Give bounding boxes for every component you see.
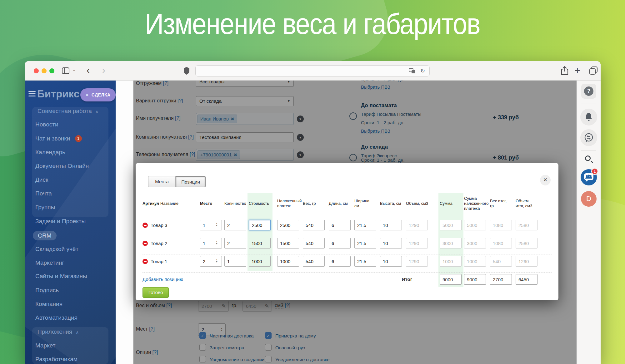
total-volume[interactable] xyxy=(516,274,538,285)
price-input[interactable] xyxy=(249,238,271,248)
volume-total-input xyxy=(516,220,538,230)
tab-positions[interactable]: Позиции xyxy=(176,176,206,187)
chat-count-badge: 1 xyxy=(591,168,598,175)
height-input[interactable] xyxy=(380,220,402,230)
column-header-sum: Сумма xyxy=(440,193,458,214)
total-sum[interactable] xyxy=(440,274,462,285)
weight-input[interactable] xyxy=(303,256,325,267)
volume-total-input xyxy=(516,256,538,267)
sidebar-item-collab[interactable]: Совместная работа ∧ xyxy=(38,108,98,116)
sidebar-item-crm[interactable]: CRM xyxy=(33,231,57,240)
reload-icon[interactable]: ↻ xyxy=(420,66,425,76)
share-icon[interactable] xyxy=(561,66,568,75)
sidebar-item-warehouse[interactable]: Складской учёт xyxy=(35,246,78,254)
weight-dimensions-modal: ✕ Места Позиции Артикул Название Место К… xyxy=(136,163,558,300)
column-header-weight-total: Вес итог, гр xyxy=(490,193,511,214)
done-button[interactable]: Готово xyxy=(142,287,169,298)
price-input[interactable] xyxy=(249,220,271,230)
help-widget[interactable]: ? xyxy=(581,84,596,99)
deal-tab-pill[interactable]: ✕ СДЕЛКА xyxy=(80,88,116,101)
row-divider xyxy=(142,236,552,236)
remove-row-icon[interactable] xyxy=(142,223,148,228)
total-cod-sum[interactable] xyxy=(464,274,486,285)
qty-input[interactable] xyxy=(224,220,246,230)
total-weight[interactable] xyxy=(490,274,512,285)
cod-sum-input xyxy=(464,220,486,230)
sidebar-item-disk[interactable]: Диск xyxy=(35,176,48,184)
sidebar-item-news[interactable]: Новости xyxy=(35,121,58,129)
sidebar-item-company[interactable]: Компания xyxy=(35,301,62,309)
close-icon[interactable]: ✕ xyxy=(85,93,89,97)
sidebar-item-marketing[interactable]: Маркетинг xyxy=(35,259,64,268)
group-chat-widget[interactable]: 1 xyxy=(581,169,597,185)
cod-input[interactable] xyxy=(277,238,299,248)
qty-input[interactable] xyxy=(224,238,246,248)
sum-input xyxy=(440,238,462,248)
sidebar-item-sign[interactable]: Подпись xyxy=(35,287,59,295)
sidebar-item-chat[interactable]: Чат и звонки 1 xyxy=(35,135,82,143)
notifications-widget[interactable] xyxy=(580,109,597,125)
sidebar-item-tasks[interactable]: Задачи и Проекты xyxy=(35,218,86,226)
sum-input xyxy=(440,220,462,230)
length-input[interactable] xyxy=(329,256,351,267)
traffic-minimize-button[interactable] xyxy=(42,68,47,73)
length-input[interactable] xyxy=(329,238,351,248)
weight-input[interactable] xyxy=(303,238,325,248)
new-tab-icon[interactable]: + xyxy=(575,65,580,76)
address-bar[interactable]: ↻ xyxy=(195,65,430,76)
remove-row-icon[interactable] xyxy=(142,259,148,264)
column-header-cod-sum: Сумма наложенного платежа xyxy=(464,193,492,214)
sidebar-item-applications[interactable]: Приложения ∧ xyxy=(38,328,79,337)
forward-button[interactable]: › xyxy=(102,65,105,76)
cod-input[interactable] xyxy=(277,256,299,267)
widget-bar: ? xyxy=(577,81,601,364)
privacy-shield-icon[interactable] xyxy=(183,67,190,75)
sidebar-item-sites[interactable]: Сайты и Магазины xyxy=(35,273,87,281)
qty-input[interactable] xyxy=(224,256,246,267)
add-position-link[interactable]: Добавить позицию xyxy=(142,277,183,282)
price-input[interactable] xyxy=(249,256,271,267)
sidebar-item-developers[interactable]: Разработчикам xyxy=(35,356,78,364)
volume-input xyxy=(406,220,428,230)
sidebar-item-calendar[interactable]: Календарь xyxy=(35,149,65,157)
traffic-close-button[interactable] xyxy=(34,68,39,73)
sum-input xyxy=(440,256,462,267)
app-background: Изменение веса и габаритов ⌄ ‹ › xyxy=(0,0,625,364)
row-divider xyxy=(142,218,552,218)
messenger-widget[interactable] xyxy=(580,129,597,146)
sidebar-item-market[interactable]: Маркет xyxy=(35,342,55,350)
modal-close-icon[interactable]: ✕ xyxy=(540,175,551,185)
width-input[interactable] xyxy=(354,220,376,230)
sidebar-menu-chevron[interactable]: ⌄ xyxy=(72,67,76,72)
width-input[interactable] xyxy=(354,256,376,267)
sidebar-item-mail[interactable]: Почта xyxy=(35,190,52,198)
volume-input xyxy=(406,256,428,267)
sidebar-item-groups[interactable]: Группы xyxy=(35,204,55,212)
length-input[interactable] xyxy=(329,220,351,230)
column-header-volume-total: Объем итог, см3 xyxy=(516,193,538,214)
remove-row-icon[interactable] xyxy=(142,241,148,246)
translate-icon[interactable] xyxy=(409,68,416,74)
traffic-zoom-button[interactable] xyxy=(49,68,54,73)
tab-places[interactable]: Места xyxy=(148,176,176,187)
weight-input[interactable] xyxy=(303,220,325,230)
cod-input[interactable] xyxy=(277,220,299,230)
sidebar-item-docs[interactable]: Документы Онлайн xyxy=(35,163,89,171)
cod-sum-input xyxy=(464,256,486,267)
height-input[interactable] xyxy=(380,238,402,248)
browser-toolbar: ⌄ ‹ › ↻ + xyxy=(25,61,601,81)
height-input[interactable] xyxy=(380,256,402,267)
weight-total-input xyxy=(490,238,512,248)
tab-overview-icon[interactable] xyxy=(589,66,598,75)
sidebar-item-automation[interactable]: Автоматизация xyxy=(35,314,78,322)
width-input[interactable] xyxy=(354,238,376,248)
back-button[interactable]: ‹ xyxy=(87,65,90,76)
volume-input xyxy=(406,238,428,248)
sidebar-toggle-icon[interactable] xyxy=(62,67,70,75)
total-label: Итог xyxy=(386,277,412,282)
user-avatar[interactable]: D xyxy=(581,191,597,207)
product-name: Товар 1 xyxy=(151,259,167,264)
search-icon[interactable] xyxy=(585,155,591,161)
volume-total-input xyxy=(516,238,538,248)
menu-hamburger-icon[interactable] xyxy=(28,91,36,96)
